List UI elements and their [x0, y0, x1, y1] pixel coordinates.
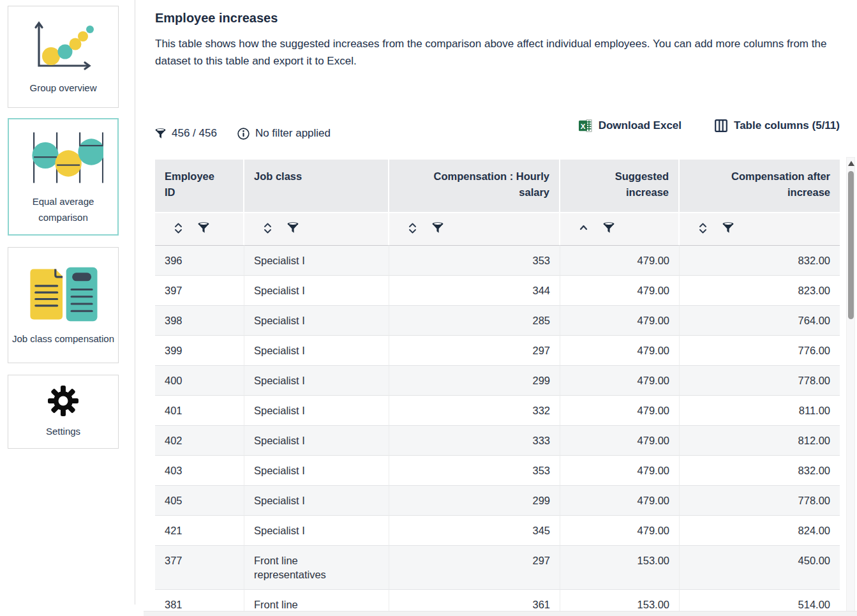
- table-cell: 479.00: [560, 306, 680, 336]
- table-cell: Specialist I: [244, 486, 389, 516]
- sort-toggle-icon[interactable]: [408, 223, 417, 236]
- sort-ascending-icon[interactable]: [579, 223, 588, 236]
- funnel-icon: [155, 128, 166, 139]
- table-cell: 402: [155, 426, 244, 456]
- sidebar: Group overview: [0, 0, 135, 605]
- sidebar-item-label: Settings: [46, 423, 80, 439]
- filter-cell-compensation-after-increase: [680, 212, 840, 245]
- table-cell: 479.00: [560, 456, 680, 486]
- table-cell: Specialist I: [244, 426, 389, 456]
- table-cell: 285: [389, 306, 560, 336]
- table-cell: 764.00: [680, 306, 840, 336]
- filter-status-text: No filter applied: [255, 127, 331, 140]
- filter-cell-job-class: [244, 212, 389, 245]
- column-header-suggested-increase[interactable]: Suggested increase: [560, 160, 680, 212]
- sidebar-item-equal-average-comparison[interactable]: Equal average comparison: [8, 118, 119, 236]
- table-cell: Specialist I: [244, 366, 389, 396]
- column-filter-funnel-icon[interactable]: [432, 222, 443, 236]
- employee-table-container: Employee IDJob classCompensation : Hourl…: [155, 160, 840, 616]
- sort-toggle-icon[interactable]: [264, 223, 272, 236]
- table-cell: 344: [389, 276, 560, 306]
- column-header-label: Compensation after increase: [717, 169, 830, 200]
- sort-toggle-icon[interactable]: [174, 223, 183, 236]
- table-header-row: Employee IDJob classCompensation : Hourl…: [155, 160, 840, 212]
- app-root: Group overview: [0, 0, 857, 616]
- filter-cell-employee-id: [155, 212, 244, 245]
- table-cell: 405: [155, 486, 244, 516]
- employee-increases-table: Employee IDJob classCompensation : Hourl…: [155, 160, 840, 616]
- download-excel-label: Download Excel: [599, 119, 682, 132]
- main-content: Employee increases This table shows how …: [155, 0, 857, 616]
- table-cell: 479.00: [560, 516, 680, 546]
- documents-icon: [24, 264, 102, 324]
- table-cell: 153.00: [560, 546, 680, 590]
- page-description: This table shows how the suggested incre…: [155, 35, 838, 70]
- column-header-compensation-hourly-salary[interactable]: Compensation : Hourly salary: [389, 160, 560, 212]
- table-cell: 400: [155, 366, 244, 396]
- table-cell: 377: [155, 546, 244, 590]
- sidebar-item-settings[interactable]: Settings: [8, 375, 119, 449]
- table-cell: 421: [155, 516, 244, 546]
- table-cell: 823.00: [680, 276, 840, 306]
- table-columns-label: Table columns (5/11): [734, 119, 840, 132]
- table-row: 421Specialist I345479.00824.00: [155, 516, 840, 546]
- sidebar-item-label: Job class compensation: [12, 331, 114, 347]
- table-cell: 479.00: [560, 426, 680, 456]
- column-header-label: Compensation : Hourly salary: [419, 169, 549, 200]
- table-row: 402Specialist I333479.00812.00: [155, 426, 840, 456]
- column-filter-funnel-icon[interactable]: [198, 222, 209, 236]
- column-header-compensation-after-increase[interactable]: Compensation after increase: [680, 160, 840, 212]
- table-cell: Specialist I: [244, 396, 389, 426]
- table-cell: 778.00: [680, 486, 840, 516]
- download-excel-button[interactable]: X Download Excel: [579, 119, 682, 132]
- column-header-job-class[interactable]: Job class: [244, 160, 389, 212]
- table-cell: 479.00: [560, 366, 680, 396]
- column-filter-funnel-icon[interactable]: [603, 222, 615, 236]
- sidebar-item-label: Group overview: [29, 80, 96, 96]
- sort-toggle-icon[interactable]: [699, 223, 707, 236]
- table-cell: Front line representatives: [244, 546, 389, 590]
- table-cell: 479.00: [560, 245, 680, 276]
- table-cell: 450.00: [680, 546, 840, 590]
- filter-cell-suggested-increase: [560, 212, 680, 245]
- table-cell: Specialist I: [244, 516, 389, 546]
- table-cell: 479.00: [560, 396, 680, 426]
- table-filter-row: [155, 212, 840, 245]
- sidebar-item-group-overview[interactable]: Group overview: [8, 6, 119, 108]
- table-cell: Specialist I: [244, 276, 389, 306]
- table-cell: 811.00: [680, 396, 840, 426]
- table-row: 401Specialist I332479.00811.00: [155, 396, 840, 426]
- scrollbar-thumb[interactable]: [848, 171, 854, 319]
- filter-status: 456 / 456 No filter applied: [155, 119, 331, 140]
- table-cell: 297: [389, 336, 560, 366]
- table-columns-button[interactable]: Table columns (5/11): [715, 119, 840, 132]
- column-header-employee-id[interactable]: Employee ID: [155, 160, 244, 212]
- table-cell: 479.00: [560, 336, 680, 366]
- boxplot-comparison-icon: [23, 128, 103, 187]
- table-cell: 332: [389, 396, 560, 426]
- table-cell: Specialist I: [244, 456, 389, 486]
- scrollbar-up-arrow[interactable]: [848, 161, 854, 166]
- column-header-label: Employee ID: [165, 169, 223, 200]
- excel-icon: X: [579, 119, 592, 132]
- table-cell: 479.00: [560, 486, 680, 516]
- table-cell: Specialist I: [244, 336, 389, 366]
- horizontal-scrollbar[interactable]: [144, 611, 857, 616]
- table-row: 400Specialist I299479.00778.00: [155, 366, 840, 396]
- table-cell: 776.00: [680, 336, 840, 366]
- vertical-scrollbar[interactable]: [846, 157, 855, 616]
- table-row: 377Front line representatives297153.0045…: [155, 546, 840, 590]
- table-row: 397Specialist I344479.00823.00: [155, 276, 840, 306]
- table-cell: 832.00: [680, 245, 840, 276]
- sidebar-item-job-class-compensation[interactable]: Job class compensation: [8, 247, 119, 363]
- table-cell: 299: [389, 486, 560, 516]
- column-header-label: Job class: [254, 169, 302, 184]
- column-filter-funnel-icon[interactable]: [287, 222, 299, 236]
- sidebar-item-label: Equal average comparison: [9, 193, 117, 225]
- table-cell: 398: [155, 306, 244, 336]
- table-row: 399Specialist I297479.00776.00: [155, 336, 840, 366]
- scatter-chart-icon: [31, 19, 95, 73]
- table-cell: 832.00: [680, 456, 840, 486]
- table-cell: 299: [389, 366, 560, 396]
- column-filter-funnel-icon[interactable]: [722, 222, 734, 236]
